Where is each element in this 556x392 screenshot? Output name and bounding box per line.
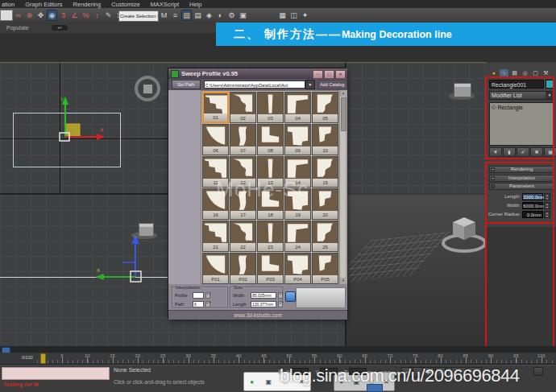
modifier-stack-list[interactable]: ◇Rectangle bbox=[489, 102, 554, 146]
tab-modify[interactable]: ∿ bbox=[500, 69, 508, 77]
minimize-button[interactable]: ─ bbox=[313, 70, 323, 79]
profile-cell-04[interactable]: 04 bbox=[284, 92, 311, 123]
spinner-icon[interactable]: ▲▼ bbox=[278, 292, 283, 299]
pick-shape-button[interactable] bbox=[285, 291, 296, 302]
field-value[interactable] bbox=[193, 292, 204, 299]
profile-cell-09[interactable]: 09 bbox=[284, 124, 311, 155]
tab-display[interactable]: ▢ bbox=[531, 69, 540, 77]
pane-icon[interactable]: ▣ bbox=[266, 378, 272, 386]
graph-editors-icon[interactable]: ▤ bbox=[193, 10, 203, 21]
add-catalog-button[interactable]: Add Catalog bbox=[317, 80, 347, 89]
field-value[interactable]: 85.025mm bbox=[251, 292, 276, 299]
tab-motion[interactable]: ◎ bbox=[521, 69, 529, 77]
rollout-interpolation[interactable]: +Interpolation bbox=[489, 175, 554, 182]
profile-cell-23[interactable]: 23 bbox=[257, 221, 284, 252]
parameter-value-field[interactable]: 0.0mm bbox=[522, 211, 543, 218]
layer-manager-icon[interactable]: ▧ bbox=[181, 10, 192, 21]
mirror-icon[interactable]: M bbox=[159, 10, 169, 21]
remove-modifier-button[interactable]: ✖ bbox=[530, 147, 543, 157]
profile-cell-15[interactable]: 15 bbox=[312, 156, 338, 188]
spinner-icon[interactable]: ▲▼ bbox=[544, 193, 550, 200]
dialog-status-bar[interactable]: www.3d-kstudio.com bbox=[168, 310, 347, 320]
select-and-rotate-icon[interactable]: ◉ bbox=[47, 10, 57, 21]
tab-create[interactable]: ● bbox=[489, 69, 498, 77]
profile-grid-scrollbar[interactable]: ▲ ▼ bbox=[339, 90, 346, 284]
menu-item-customize[interactable]: Customize bbox=[111, 1, 139, 8]
spinner-icon[interactable]: ▲▼ bbox=[278, 301, 283, 307]
spinner-icon[interactable]: ▲▼ bbox=[205, 301, 210, 307]
profile-cell-25[interactable]: 25 bbox=[312, 221, 338, 252]
time-slider-handle[interactable] bbox=[40, 353, 46, 364]
select-and-move-icon[interactable]: ✥ bbox=[35, 10, 46, 21]
profile-cell-P04[interactable]: P04 bbox=[284, 253, 311, 284]
profile-cell-05[interactable]: 05 bbox=[312, 92, 338, 123]
scroll-up-icon[interactable]: ▲ bbox=[340, 90, 346, 97]
profile-cell-21[interactable]: 21 bbox=[202, 221, 229, 252]
angle-snap-icon[interactable]: ∠ bbox=[69, 10, 80, 21]
snapshot-icon[interactable]: ◫ bbox=[288, 10, 299, 21]
profile-cell-P02[interactable]: P02 bbox=[230, 253, 256, 284]
profile-cell-P03[interactable]: P03 bbox=[257, 253, 284, 284]
material-editor-icon[interactable]: ◐ bbox=[215, 10, 226, 21]
render-setup-icon[interactable]: ⚙ bbox=[226, 10, 237, 21]
profile-cell-03[interactable]: 03 bbox=[257, 92, 284, 123]
scroll-down-icon[interactable]: ▼ bbox=[340, 278, 346, 284]
spinner-snap-icon[interactable]: ↕ bbox=[92, 10, 102, 21]
object-name-field[interactable]: Rectangle001 bbox=[489, 80, 544, 89]
view-navigation-square[interactable] bbox=[143, 85, 152, 93]
chevron-down-icon[interactable]: ▼ bbox=[546, 92, 554, 99]
parameter-value-field[interactable]: 6000.0mm bbox=[522, 202, 543, 209]
path-dropdown-icon[interactable]: ▼ bbox=[305, 80, 315, 89]
profile-cell-02[interactable]: 02 bbox=[230, 92, 256, 123]
parameter-value-field[interactable]: 3300.0mm bbox=[522, 193, 543, 200]
profile-cell-10[interactable]: 10 bbox=[312, 124, 338, 155]
selection-set-combobox[interactable]: Create Selection Se ▼ bbox=[118, 10, 159, 22]
scrollbar-thumb[interactable] bbox=[341, 97, 346, 131]
profile-cell-07[interactable]: 07 bbox=[230, 124, 256, 155]
time-ruler[interactable]: 5101520253035404550556065707580859095100 bbox=[0, 353, 556, 365]
tab-hierarchy[interactable]: ▤ bbox=[510, 69, 519, 77]
spinner-icon[interactable]: ▲▼ bbox=[205, 292, 210, 299]
profile-cell-P05[interactable]: P05 bbox=[312, 253, 338, 284]
brush-preset-icon[interactable]: ✦ bbox=[300, 10, 310, 21]
schematic-view-icon[interactable]: ◈ bbox=[204, 10, 214, 21]
show-end-result-button[interactable]: ▮ bbox=[503, 147, 516, 157]
configure-modifier-sets-button[interactable]: ▦ bbox=[544, 147, 556, 157]
profile-cell-01[interactable]: 01 bbox=[202, 92, 229, 123]
dialog-title-bar[interactable]: Sweep Profile v0.95 ─▢✕ bbox=[168, 68, 347, 79]
object-color-swatch[interactable] bbox=[546, 80, 554, 89]
status-dot-icon[interactable]: ● bbox=[250, 378, 254, 386]
align-icon[interactable]: ≡ bbox=[170, 10, 180, 21]
unlink-selection-icon[interactable]: ⊗ bbox=[24, 10, 35, 21]
menu-item-ation[interactable]: ation bbox=[2, 1, 15, 8]
modifier-list-dropdown[interactable]: Modifier List ▼ bbox=[489, 91, 554, 100]
menu-item-rendering[interactable]: Rendering bbox=[73, 1, 102, 8]
snap-toggle-icon[interactable]: 3 bbox=[58, 10, 68, 21]
spinner-icon[interactable]: ▲▼ bbox=[544, 202, 550, 209]
rollout-toggle-icon[interactable]: + bbox=[491, 167, 495, 171]
close-button[interactable]: ✕ bbox=[335, 70, 346, 79]
menu-item-help[interactable]: Help bbox=[189, 1, 201, 8]
sweep-apply-button[interactable] bbox=[296, 287, 346, 308]
rollout-toggle-icon[interactable]: + bbox=[491, 176, 495, 180]
menu-item-maxscript[interactable]: MAXScript bbox=[151, 1, 179, 8]
move-gizmo-left-view[interactable]: X bbox=[89, 232, 169, 282]
profile-cell-20[interactable]: 20 bbox=[312, 188, 338, 220]
move-gizmo[interactable]: Y X bbox=[47, 95, 113, 145]
set-path-button[interactable]: Set Path bbox=[172, 80, 201, 89]
select-and-link-icon[interactable]: ∞ bbox=[13, 10, 23, 21]
rollout-parameters[interactable]: -Parameters bbox=[489, 183, 554, 190]
tab-utilities[interactable]: ⚒ bbox=[541, 69, 550, 77]
view-navigation-ring[interactable] bbox=[135, 76, 160, 101]
keyboard-override-button[interactable] bbox=[533, 367, 543, 376]
percent-snap-icon[interactable]: % bbox=[81, 10, 91, 21]
populate-flyout-button[interactable]: ●▾ bbox=[52, 25, 68, 31]
named-views-icon[interactable]: ▦ bbox=[277, 10, 288, 21]
rendered-frame-icon[interactable]: ▣ bbox=[238, 10, 248, 21]
catalog-path-field[interactable]: C:\Users\Administrator\AppData\Local\Aut bbox=[204, 80, 305, 89]
profile-cell-08[interactable]: 08 bbox=[257, 124, 284, 155]
viewcube-icon[interactable] bbox=[454, 83, 471, 97]
pin-stack-button[interactable]: ▼ bbox=[489, 147, 502, 157]
viewcube-3d[interactable] bbox=[442, 211, 487, 253]
rollout-toggle-icon[interactable]: - bbox=[491, 184, 495, 188]
